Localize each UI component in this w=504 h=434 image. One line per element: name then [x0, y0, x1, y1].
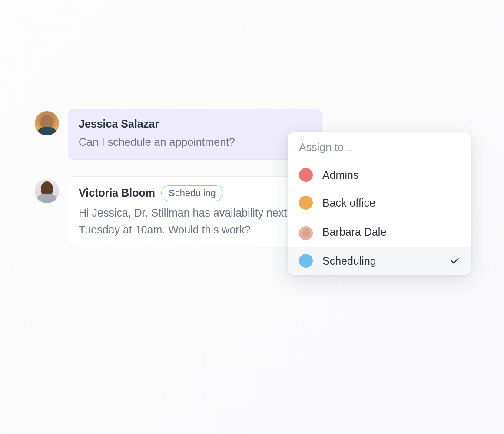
dropdown-item-label: Barbara Dale [322, 226, 460, 238]
message-header: Jessica Salazar [79, 118, 311, 130]
dropdown-item-label: Back office [322, 197, 460, 209]
sender-name: Victoria Bloom [79, 187, 155, 199]
avatar[interactable] [35, 111, 59, 135]
assign-dropdown[interactable]: Assign to... Admins Back office Barbara … [288, 132, 471, 275]
dropdown-item-scheduling[interactable]: Scheduling [288, 247, 471, 275]
message-text: Can I schedule an appointment? [79, 134, 311, 151]
dropdown-item-barbara-dale[interactable]: Barbara Dale [288, 217, 471, 247]
sender-name: Jessica Salazar [79, 118, 159, 130]
dropdown-item-label: Admins [322, 169, 460, 181]
dropdown-item-admins[interactable]: Admins [288, 161, 471, 189]
dropdown-item-back-office[interactable]: Back office [288, 189, 471, 217]
chat-thread: Jessica Salazar Can I schedule an appoin… [35, 108, 322, 263]
avatar[interactable] [35, 179, 59, 203]
color-dot-icon [299, 254, 313, 268]
color-dot-icon [299, 196, 313, 210]
message-row[interactable]: Victoria Bloom Scheduling Hi Jessica, Dr… [35, 176, 322, 247]
message-header: Victoria Bloom Scheduling [79, 185, 311, 201]
check-icon [450, 256, 460, 266]
color-dot-icon [299, 168, 313, 182]
dropdown-title: Assign to... [288, 132, 471, 161]
message-bubble[interactable]: Victoria Bloom Scheduling Hi Jessica, Dr… [68, 176, 322, 247]
tag-scheduling[interactable]: Scheduling [161, 185, 223, 201]
message-text: Hi Jessica, Dr. Stillman has availabilit… [79, 204, 311, 238]
message-bubble[interactable]: Jessica Salazar Can I schedule an appoin… [68, 108, 322, 160]
avatar [299, 226, 313, 240]
message-row[interactable]: Jessica Salazar Can I schedule an appoin… [35, 108, 322, 160]
dropdown-item-label: Scheduling [322, 255, 441, 267]
